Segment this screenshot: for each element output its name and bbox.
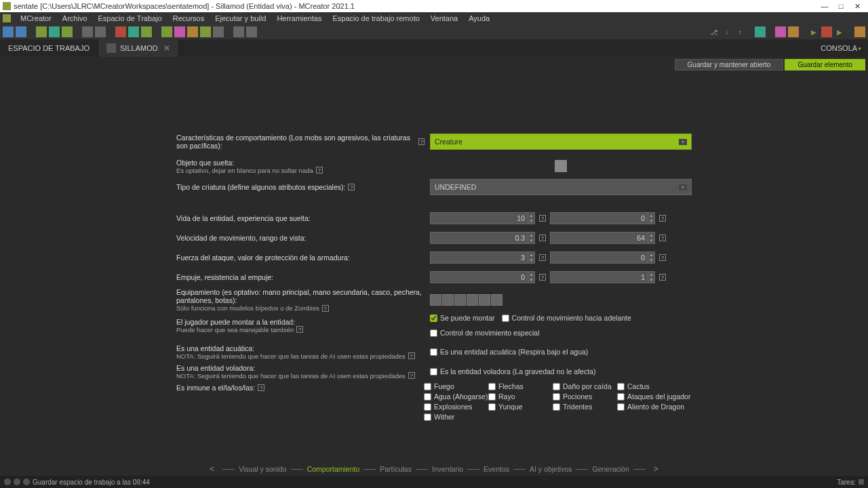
kb-resist-input[interactable]: ▲▼	[550, 271, 655, 283]
tool-icon-15[interactable]	[213, 26, 224, 37]
stop-icon[interactable]	[821, 26, 832, 37]
equip-slot-boots[interactable]	[491, 294, 502, 306]
knockback-input[interactable]: ▲▼	[430, 271, 535, 283]
help-icon[interactable]: ?	[539, 215, 546, 222]
immune-explosiones[interactable]: Explosiones	[424, 403, 488, 411]
tool-icon-7[interactable]	[95, 26, 106, 37]
tool-icon-12[interactable]	[174, 26, 185, 37]
save-keep-open-button[interactable]: Guardar y mantener abierto	[675, 59, 784, 70]
speed-input[interactable]: ▲▼	[430, 232, 535, 244]
immune-cactus[interactable]: Cactus	[617, 382, 692, 390]
help-icon[interactable]: ?	[296, 326, 303, 333]
wizard-step-generacion[interactable]: Generación	[592, 465, 629, 473]
creature-type-dropdown[interactable]: UNDEFINED	[430, 179, 692, 195]
immune-jugador[interactable]: Ataques del jugador	[617, 392, 692, 401]
tool-icon-17[interactable]	[246, 26, 257, 37]
status-icon-3[interactable]	[23, 479, 30, 485]
tab-close-icon[interactable]: ✕	[163, 43, 170, 53]
drop-item-slot[interactable]	[555, 160, 567, 172]
tool-icon-9[interactable]	[128, 26, 139, 37]
run-icon[interactable]: ▶	[808, 26, 819, 37]
equip-slot-mainhand[interactable]	[430, 294, 441, 306]
vcs-icon[interactable]: ⎇	[709, 26, 719, 37]
menu-mcreator[interactable]: MCreator	[15, 14, 57, 22]
tool-icon-1[interactable]	[3, 26, 14, 37]
immune-dragon[interactable]: Aliento de Dragon	[617, 403, 692, 411]
tool-icon-3[interactable]	[36, 26, 47, 37]
help-icon[interactable]: ?	[659, 254, 666, 261]
run2-icon[interactable]: ▶	[834, 26, 845, 37]
minimize-button[interactable]: —	[816, 1, 833, 11]
help-icon[interactable]: ?	[418, 138, 425, 145]
equip-slot-legs[interactable]	[479, 294, 490, 306]
help-icon[interactable]: ?	[408, 352, 415, 359]
tool-icon-8[interactable]	[115, 26, 126, 37]
help-icon[interactable]: ?	[322, 305, 329, 312]
export-icon[interactable]	[854, 26, 865, 37]
menu-herramientas[interactable]: Herramientas	[271, 14, 327, 22]
forward-control-checkbox[interactable]: Control de movimiento hacia adelante	[502, 314, 631, 322]
attack-input[interactable]: ▲▼	[430, 251, 535, 264]
immune-fuego[interactable]: Fuego	[424, 382, 488, 390]
help-icon[interactable]: ?	[258, 384, 264, 391]
help-icon[interactable]: ?	[539, 274, 546, 281]
down-icon[interactable]: ↓	[722, 26, 732, 37]
help-icon[interactable]: ?	[539, 235, 546, 241]
menu-ventana[interactable]: Ventana	[425, 14, 463, 22]
help-icon[interactable]: ?	[539, 254, 546, 261]
menu-remoto[interactable]: Espacio de trabajo remoto	[327, 14, 425, 22]
save-element-button[interactable]: Guardar elemento	[785, 59, 865, 70]
tool-icon-13[interactable]	[187, 26, 198, 37]
tool-icon-10[interactable]	[141, 26, 152, 37]
tool-icon-r2[interactable]	[775, 26, 786, 37]
wizard-step-inventario[interactable]: Inventario	[432, 465, 463, 473]
wizard-next-icon[interactable]: >	[650, 464, 663, 474]
up-icon[interactable]: ↑	[734, 26, 745, 37]
help-icon[interactable]: ?	[659, 215, 666, 222]
wizard-prev-icon[interactable]: <	[205, 464, 218, 474]
menu-archivo[interactable]: Archivo	[57, 14, 93, 22]
health-input[interactable]: ▲▼	[430, 212, 535, 224]
wizard-step-comportamiento[interactable]: Comportamiento	[307, 465, 360, 473]
maximize-button[interactable]: □	[833, 1, 849, 11]
tool-icon-6[interactable]	[82, 26, 93, 37]
help-icon[interactable]: ?	[408, 372, 415, 379]
immune-pociones[interactable]: Pociones	[553, 392, 617, 401]
tool-icon-r3[interactable]	[788, 26, 799, 37]
wizard-step-ai[interactable]: AI y objetivos	[530, 465, 572, 473]
tool-icon-2[interactable]	[16, 26, 26, 37]
menu-recursos[interactable]: Recursos	[167, 14, 210, 22]
tool-icon-4[interactable]	[49, 26, 60, 37]
tool-icon-16[interactable]	[233, 26, 244, 37]
view-range-input[interactable]: ▲▼	[550, 232, 655, 244]
tool-icon-r1[interactable]	[755, 26, 766, 37]
menu-espacio[interactable]: Espacio de Trabajo	[93, 14, 167, 22]
wizard-step-eventos[interactable]: Eventos	[484, 465, 509, 473]
xp-input[interactable]: ▲▼	[550, 212, 655, 224]
help-icon[interactable]: ?	[659, 235, 666, 241]
console-tab[interactable]: CONSOLA▪	[814, 39, 868, 57]
immune-agua[interactable]: Agua (Ahogarse)	[424, 392, 488, 401]
immune-wither[interactable]: Wither	[424, 413, 488, 421]
menu-ayuda[interactable]: Ayuda	[463, 14, 495, 22]
immune-flechas[interactable]: Flechas	[488, 382, 553, 390]
equip-slot-chest[interactable]	[467, 294, 478, 306]
tool-icon-11[interactable]	[161, 26, 172, 37]
wizard-step-visual[interactable]: Visual y sonido	[239, 465, 286, 473]
immune-yunque[interactable]: Yunque	[488, 403, 553, 411]
help-icon[interactable]: ?	[316, 167, 323, 174]
equip-slot-helmet[interactable]	[454, 294, 466, 306]
status-icon-1[interactable]	[4, 479, 11, 485]
special-control-checkbox[interactable]: Control de movimiento especial	[430, 329, 540, 337]
water-entity-checkbox[interactable]: Es una entidad acuática (Respira bajo el…	[430, 348, 588, 356]
flying-entity-checkbox[interactable]: Es la entidad voladora (La gravedad no l…	[430, 367, 595, 375]
tab-workspace[interactable]: ESPACIO DE TRABAJO	[0, 39, 98, 57]
menu-ejecutar[interactable]: Ejecutar y build	[210, 14, 271, 22]
help-icon[interactable]: ?	[659, 274, 666, 281]
armor-input[interactable]: ▲▼	[550, 251, 655, 264]
wizard-step-particulas[interactable]: Partículas	[380, 465, 412, 473]
rideable-checkbox[interactable]: Se puede montar	[430, 314, 495, 322]
close-button[interactable]: ✕	[849, 1, 865, 11]
tool-icon-5[interactable]	[62, 26, 73, 37]
immune-rayo[interactable]: Rayo	[488, 392, 553, 401]
